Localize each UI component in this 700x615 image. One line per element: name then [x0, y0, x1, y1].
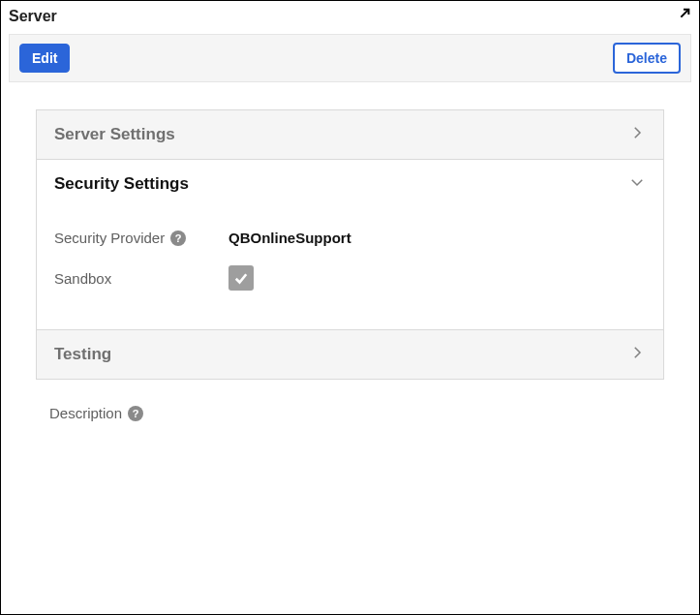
section-testing: Testing — [37, 329, 663, 379]
chevron-right-icon — [628, 344, 646, 365]
help-icon[interactable]: ? — [170, 231, 186, 246]
chevron-right-icon — [628, 124, 646, 145]
panel-header: Server — [1, 1, 699, 30]
help-icon[interactable]: ? — [128, 406, 143, 421]
description-label: Description — [49, 405, 122, 421]
toolbar: Edit Delete — [9, 34, 691, 82]
section-title: Testing — [54, 345, 111, 364]
field-security-provider: Security Provider ? QBOnlineSupport — [54, 220, 646, 256]
delete-button[interactable]: Delete — [613, 43, 681, 74]
sandbox-checkbox — [228, 265, 254, 291]
section-header-testing[interactable]: Testing — [37, 330, 663, 379]
checkbox-checked-icon — [228, 265, 254, 291]
section-security-settings: Security Settings Security Provider ? QB… — [37, 159, 663, 329]
section-body-security-settings: Security Provider ? QBOnlineSupport Sand… — [37, 208, 663, 329]
edit-button[interactable]: Edit — [19, 44, 70, 73]
section-header-security-settings[interactable]: Security Settings — [37, 160, 663, 208]
settings-accordion: Server Settings Security Settings — [36, 109, 664, 380]
field-label-wrap: Security Provider ? — [54, 230, 228, 246]
section-header-server-settings[interactable]: Server Settings — [37, 110, 663, 159]
chevron-down-icon — [628, 173, 646, 195]
content-area: Server Settings Security Settings — [1, 82, 699, 421]
description-field: Description ? — [36, 405, 664, 421]
field-label-wrap: Sandbox — [54, 270, 228, 287]
popout-icon[interactable] — [676, 7, 691, 26]
field-label: Security Provider — [54, 230, 165, 246]
field-label: Sandbox — [54, 270, 111, 287]
section-title: Security Settings — [54, 174, 189, 194]
field-value-security-provider: QBOnlineSupport — [228, 230, 351, 246]
page-title: Server — [9, 8, 57, 25]
field-sandbox: Sandbox — [54, 256, 646, 300]
section-server-settings: Server Settings — [37, 110, 663, 159]
section-title: Server Settings — [54, 125, 175, 144]
